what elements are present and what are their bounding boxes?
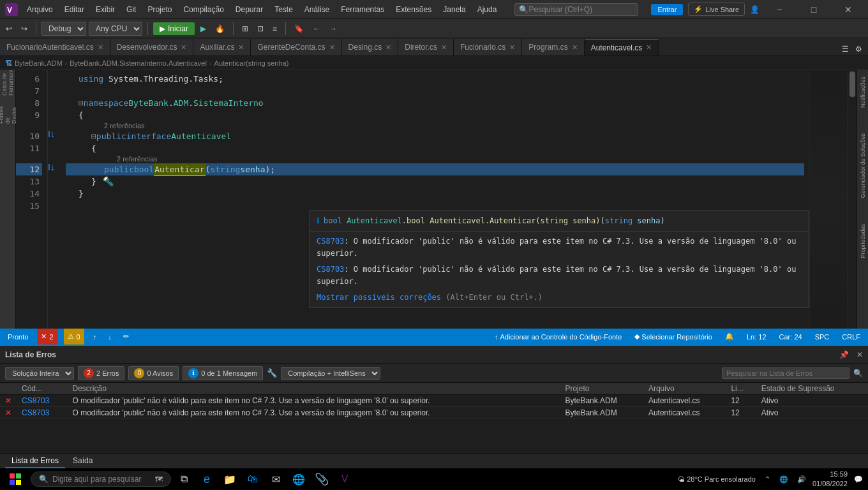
col-project[interactable]: Projeto [560,383,643,395]
close-button[interactable]: ✕ [834,0,863,19]
code-area[interactable]: using System.Threading.Tasks; ⊟namespace… [61,70,809,329]
menu-teste[interactable]: Teste [269,3,298,17]
sidebar-notifications-label[interactable]: Notificações [860,77,866,108]
tab-close-fucionario[interactable]: ✕ [98,43,103,52]
tab-gerente[interactable]: GerenteDeConta.cs ✕ [251,39,341,56]
tray-icons[interactable]: ⌃ [762,474,773,485]
breakpoints-button[interactable]: ⊞ [239,22,251,35]
attach-button[interactable]: ▶ [197,22,209,35]
error-code-cell-2[interactable]: CS8703 [17,407,68,419]
error-row-1[interactable]: ✕ CS8703 O modificador 'public' não é vá… [0,395,868,407]
tab-close-diretor[interactable]: ✕ [441,43,447,52]
notification-button[interactable]: 💬 [851,474,865,485]
scrollbar-track[interactable] [848,70,857,329]
taskbar-app-mail[interactable]: ✉ [266,468,286,490]
compile-filter[interactable]: Compilação + IntelliSens [281,367,380,380]
menu-analise[interactable]: Análise [299,3,334,17]
menu-editar[interactable]: Editar [59,3,89,17]
error-code-1[interactable]: CS8703 [317,237,344,246]
taskbar-search[interactable]: 🔍 Digite aqui para pesquisar 🗺 [31,471,171,487]
tab-close-fucionario2[interactable]: ✕ [509,43,515,52]
fix-link[interactable]: Mostrar possíveis correções [317,293,441,302]
toolbar-btn-4[interactable]: ⊡ [254,22,267,35]
maximize-button[interactable]: □ [799,0,828,19]
menu-janela[interactable]: Janela [438,3,470,17]
down-arrow-status[interactable]: ↓ [105,333,114,341]
start-button[interactable]: ▶ Iniciar [153,22,195,35]
menu-ferramentas[interactable]: Ferramentas [336,3,389,17]
taskbar-app-explorer[interactable]: 📁 [220,468,240,490]
tab-close-desenvolvedor[interactable]: ✕ [181,43,186,52]
tab-list-button[interactable]: ☰ [839,43,852,56]
error-filter-button[interactable]: 2 2 Erros [78,366,124,380]
redo-button[interactable]: ↪ [18,22,31,35]
undo-button[interactable]: ↩ [3,22,15,35]
vcs-button[interactable]: ↑ Adicionar ao Controle do Código-Fonte [492,333,624,341]
error-search-icon[interactable]: 🔍 [853,369,863,378]
lightbulb-icon[interactable]: 🔦 [103,175,114,188]
scrollbar-thumb[interactable] [849,71,855,97]
title-bar-search[interactable]: 🔍 Pesquisar (Ctrl+Q) [514,3,638,16]
task-view-button[interactable]: ⧉ [174,468,194,490]
error-search-input[interactable] [722,368,849,379]
error-row-2[interactable]: ✕ CS8703 O modificador 'public' não é vá… [0,407,868,419]
clock[interactable]: 15:59 01/08/2022 [812,470,848,489]
tab-close-gerente[interactable]: ✕ [329,43,335,52]
tab-desenvolvedor[interactable]: Desenvolvedor.cs ✕ [110,39,194,56]
tab-fucionario2[interactable]: Fucionario.cs ✕ [454,39,522,56]
tab-error-list[interactable]: Lista de Erros [5,454,65,468]
tab-program[interactable]: Program.cs ✕ [522,39,584,56]
start-menu-button[interactable] [3,468,28,490]
tab-close-autenticavel[interactable]: ✕ [646,43,652,52]
nav-next-button[interactable]: → [326,22,340,35]
account-icon[interactable]: 👤 [750,5,760,14]
weather-widget[interactable]: 🌤 28°C Parc ensolarado [675,474,758,484]
fold-icon[interactable]: ⊟ [79,97,84,109]
tab-autenticavel[interactable]: Autenticavel.cs ✕ [585,39,659,56]
menu-extensoes[interactable]: Extensões [391,3,437,17]
warn-count-status[interactable]: ⚠ 0 [64,329,84,345]
toolbar-btn-5[interactable]: ≡ [269,22,280,35]
breadcrumb-method[interactable]: Autenticar(string senha) [214,59,289,67]
panel-close-button[interactable]: ✕ [857,350,863,359]
debug-config-dropdown[interactable]: Debug [41,22,86,36]
menu-arquivo[interactable]: Arquivo [22,3,58,17]
error-code-2[interactable]: CS8703 [317,265,344,274]
fold-icon-10[interactable]: ⊟ [91,130,96,142]
lineending-status[interactable]: CRLF [839,333,863,341]
taskbar-app-chrome[interactable]: 🌐 [288,468,309,490]
sidebar-toolbox-icon[interactable]: Caixa de Ferramentas [1,73,14,85]
menu-compilacao[interactable]: Compilação [178,3,228,17]
filter-icon[interactable]: 🔧 [267,368,277,378]
pencil-icon[interactable]: ✏ [121,332,131,341]
tab-desing[interactable]: Desing.cs ✕ [342,39,399,56]
sidebar-properties-label[interactable]: Propriedades [860,224,866,258]
col-code[interactable]: Cód... [17,383,68,395]
menu-ajuda[interactable]: Ajuda [472,3,502,17]
network-icon[interactable]: 🌐 [777,474,791,485]
col-line[interactable]: Li... [726,383,756,395]
msg-filter-button[interactable]: ℹ 0 de 1 Mensagem [183,366,263,380]
scope-filter[interactable]: Solução Inteira [5,367,74,380]
up-arrow-status[interactable]: ↑ [91,333,100,341]
tab-diretor[interactable]: Diretor.cs ✕ [398,39,454,56]
tab-fucionario[interactable]: FucionarioAutenticavel.cs ✕ [0,39,110,56]
cpu-config-dropdown[interactable]: Any CPU [89,22,142,36]
menu-depurar[interactable]: Depurar [230,3,268,17]
panel-pin-button[interactable]: 📌 [839,350,849,359]
liveshare-button[interactable]: ⚡ Live Share [688,3,745,16]
minimize-button[interactable]: − [765,0,794,19]
bell-icon[interactable]: 🔔 [722,332,737,341]
col-file[interactable]: Arquivo [643,383,726,395]
signin-button[interactable]: Entrar [651,4,683,15]
taskbar-app-edge[interactable]: e [197,468,217,490]
hot-reload-button[interactable]: 🔥 [212,22,228,35]
tab-close-auxiliar[interactable]: ✕ [238,43,244,52]
col-suppression[interactable]: Estado de Supressão [756,383,868,395]
sidebar-solutions-label[interactable]: Gerenciador de Soluções [860,133,866,198]
breadcrumb-namespace[interactable]: ByteBank.ADM.SistemaInterno.Autenticavel [70,59,207,67]
encoding-status[interactable]: SPC [812,333,832,341]
tab-auxiliar[interactable]: Auxiliar.cs ✕ [193,39,251,56]
menu-git[interactable]: Git [121,3,141,17]
menu-projeto[interactable]: Projeto [142,3,177,17]
